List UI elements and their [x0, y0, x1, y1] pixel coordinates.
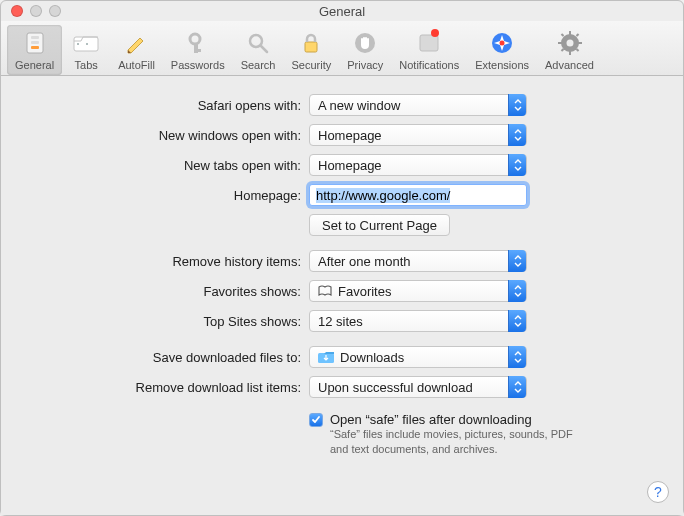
search-icon	[244, 29, 272, 57]
toolbar-label: Privacy	[347, 59, 383, 71]
select-remove-history[interactable]: After one month	[309, 250, 527, 272]
svg-point-18	[566, 40, 573, 47]
svg-rect-14	[420, 35, 438, 51]
toolbar-item-general[interactable]: General	[7, 25, 62, 75]
select-value: Favorites	[338, 284, 391, 299]
toolbar-item-extensions[interactable]: Extensions	[467, 25, 537, 75]
svg-rect-22	[578, 42, 582, 44]
toolbar-item-security[interactable]: Security	[283, 25, 339, 75]
extensions-icon	[488, 29, 516, 57]
select-value: Homepage	[318, 158, 382, 173]
select-value: Homepage	[318, 128, 382, 143]
select-value: After one month	[318, 254, 411, 269]
label-favorites-shows: Favorites shows:	[19, 284, 309, 299]
label-remove-history: Remove history items:	[19, 254, 309, 269]
svg-point-5	[77, 43, 79, 45]
select-new-tabs-open-with[interactable]: Homepage	[309, 154, 527, 176]
label-homepage: Homepage:	[19, 188, 309, 203]
titlebar: General	[1, 1, 683, 21]
toolbar-label: Security	[291, 59, 331, 71]
toolbar: General Tabs AutoFill Passwords	[1, 21, 683, 76]
select-top-sites-shows[interactable]: 12 sites	[309, 310, 527, 332]
svg-rect-1	[31, 36, 39, 39]
chevron-up-down-icon	[508, 250, 526, 272]
hand-icon	[351, 29, 379, 57]
select-new-windows-open-with[interactable]: Homepage	[309, 124, 527, 146]
select-favorites-shows[interactable]: Favorites	[309, 280, 527, 302]
svg-point-7	[190, 34, 200, 44]
preferences-window: General General Tabs AutoFill	[0, 0, 684, 516]
set-to-current-page-button[interactable]: Set to Current Page	[309, 214, 450, 236]
select-value: Downloads	[340, 350, 404, 365]
toolbar-label: Search	[241, 59, 276, 71]
toolbar-label: Tabs	[75, 59, 98, 71]
toolbar-label: Passwords	[171, 59, 225, 71]
open-safe-label: Open “safe” files after downloading	[330, 412, 532, 427]
select-remove-download-list[interactable]: Upon successful download	[309, 376, 527, 398]
open-safe-checkbox[interactable]	[309, 413, 323, 427]
autofill-icon	[122, 29, 150, 57]
label-remove-download-list: Remove download list items:	[19, 380, 309, 395]
label-top-sites-shows: Top Sites shows:	[19, 314, 309, 329]
general-icon	[21, 29, 49, 57]
notifications-icon	[415, 29, 443, 57]
toolbar-label: Extensions	[475, 59, 529, 71]
svg-rect-25	[575, 33, 579, 37]
toolbar-label: Advanced	[545, 59, 594, 71]
general-panel: Safari opens with: A new window New wind…	[1, 76, 683, 515]
window-controls	[1, 5, 61, 17]
chevron-up-down-icon	[508, 346, 526, 368]
key-icon	[184, 29, 212, 57]
svg-point-6	[86, 43, 88, 45]
toolbar-label: General	[15, 59, 54, 71]
svg-rect-3	[31, 46, 39, 49]
select-value: 12 sites	[318, 314, 363, 329]
select-safari-opens-with[interactable]: A new window	[309, 94, 527, 116]
toolbar-label: Notifications	[399, 59, 459, 71]
svg-point-16	[500, 41, 505, 46]
svg-rect-9	[194, 49, 201, 52]
select-save-downloaded[interactable]: Downloads	[309, 346, 527, 368]
svg-rect-19	[569, 31, 571, 35]
help-button[interactable]: ?	[647, 481, 669, 503]
minimize-window-button[interactable]	[30, 5, 42, 17]
svg-rect-23	[560, 33, 564, 37]
toolbar-item-tabs[interactable]: Tabs	[62, 25, 110, 75]
select-value: A new window	[318, 98, 400, 113]
chevron-up-down-icon	[508, 376, 526, 398]
tabs-icon	[72, 29, 100, 57]
label-new-windows: New windows open with:	[19, 128, 309, 143]
toolbar-item-notifications[interactable]: Notifications	[391, 25, 467, 75]
chevron-up-down-icon	[508, 94, 526, 116]
label-safari-opens-with: Safari opens with:	[19, 98, 309, 113]
chevron-up-down-icon	[508, 280, 526, 302]
toolbar-item-advanced[interactable]: Advanced	[537, 25, 602, 75]
label-save-downloaded: Save downloaded files to:	[19, 350, 309, 365]
svg-rect-12	[305, 42, 317, 52]
open-safe-description: “Safe” files include movies, pictures, s…	[330, 427, 580, 457]
svg-rect-20	[569, 51, 571, 55]
chevron-up-down-icon	[508, 124, 526, 146]
toolbar-label: AutoFill	[118, 59, 155, 71]
svg-line-11	[261, 46, 267, 52]
select-value: Upon successful download	[318, 380, 473, 395]
chevron-up-down-icon	[508, 154, 526, 176]
toolbar-item-privacy[interactable]: Privacy	[339, 25, 391, 75]
book-open-icon	[318, 285, 332, 297]
label-new-tabs: New tabs open with:	[19, 158, 309, 173]
chevron-up-down-icon	[508, 310, 526, 332]
gear-icon	[556, 29, 584, 57]
zoom-window-button[interactable]	[49, 5, 61, 17]
window-title: General	[1, 4, 683, 19]
toolbar-item-search[interactable]: Search	[233, 25, 284, 75]
svg-rect-2	[31, 41, 39, 44]
homepage-input[interactable]	[309, 184, 527, 206]
svg-rect-21	[558, 42, 562, 44]
toolbar-item-autofill[interactable]: AutoFill	[110, 25, 163, 75]
folder-downloads-icon	[318, 351, 334, 363]
toolbar-item-passwords[interactable]: Passwords	[163, 25, 233, 75]
close-window-button[interactable]	[11, 5, 23, 17]
lock-icon	[297, 29, 325, 57]
